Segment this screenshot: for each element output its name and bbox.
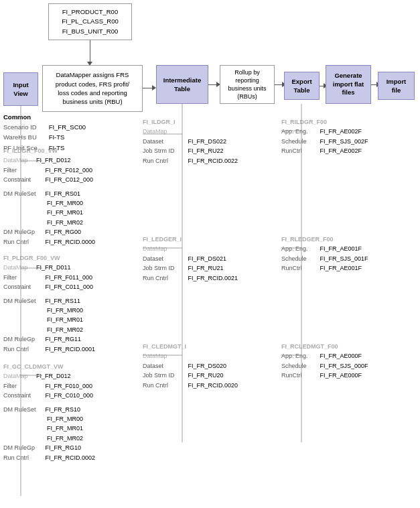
warehs-row: WareHs BU FI-TS xyxy=(3,132,86,142)
left-top-sub-row: DataMap FI_FR_D012 xyxy=(3,155,95,165)
run-cntrl-val-2: FI_FR_RCID.0001 xyxy=(46,346,96,353)
sched-lbl-3: Schedule xyxy=(281,361,318,371)
mid-mid-header: FI_LEDGER_I xyxy=(143,235,238,244)
runctrl-val-r3: FI_FR_AE000F xyxy=(320,372,362,379)
mr00-1: FI_FR_MR00 xyxy=(3,198,95,208)
mid-top-section: FI_ILDGR_I DataMap Dataset FI_FR_DS022 J… xyxy=(143,117,238,166)
sched-val-1: FI_FR_SJS_002F xyxy=(320,138,368,145)
left-bot-datamap: DataMap xyxy=(3,373,28,379)
arrow-v1 xyxy=(90,40,90,64)
runctrl-lbl-r2: RunCtrl xyxy=(281,263,318,273)
rollup-box: Rollup byreportingbusiness units(RBUs) xyxy=(220,65,275,104)
constraint-val-3: FI_FR_C010_000 xyxy=(46,392,94,399)
right-mid-appeng-row: App. Eng. FI_FR_AE001F xyxy=(281,244,368,253)
runcntrl-val-m2: FI_FR_RCID.0021 xyxy=(188,275,238,281)
mid-mid-section: FI_LEDGER_I DataMap Dataset FI_FR_DS021 … xyxy=(143,235,238,283)
left-top-header: FI_ILDGR_F00_VW xyxy=(3,146,95,155)
left-mid-sub-val: FI_FR_D011 xyxy=(36,264,71,271)
left-bot-sub-row: DataMap FI_FR_D012 xyxy=(3,371,95,381)
mid-mid-datamap-lbl: DataMap xyxy=(143,244,238,253)
left-bot-sub-val: FI_FR_D012 xyxy=(36,373,71,379)
left-bot-filter-row: Filter FI_FR_F010_000 xyxy=(3,381,95,391)
mr02-2: FI_FR_MR02 xyxy=(3,325,95,334)
sched-lbl-2: Schedule xyxy=(281,254,318,263)
filter-val-2: FI_FR_F011_000 xyxy=(46,274,93,281)
right-mid-section: FI_RLEDGER_F00 App. Eng. FI_FR_AE001F Sc… xyxy=(281,235,368,273)
dm-rulegp-val-3: FI_FR_RG10 xyxy=(46,444,82,451)
warehs-val: FI-TS xyxy=(49,133,65,141)
appeng-lbl-1: App. Eng. xyxy=(281,127,318,136)
dm-rulegp-lbl-1: DM RuleGp xyxy=(3,227,44,237)
dm-ruleset-lbl-2: DM RuleSet xyxy=(3,296,44,306)
constraint-lbl-2: Constraint xyxy=(3,282,44,292)
runctrl-val-r1: FI_FR_AE002F xyxy=(320,147,362,154)
runcntrl-lbl-m2: Run Cntrl xyxy=(143,273,186,283)
run-cntrl-val-3: FI_FR_RCID.0002 xyxy=(46,454,96,461)
export-label: ExportTable xyxy=(291,77,311,95)
left-bot-constraint-row: Constraint FI_FR_C010_000 xyxy=(3,391,95,400)
mr01-1: FI_FR_MR01 xyxy=(3,208,95,217)
mid-top-header: FI_ILDGR_I xyxy=(143,117,238,127)
right-top-section: FI_RILDGR_F00 App. Eng. FI_FR_AE002F Sch… xyxy=(281,117,368,156)
scenario-row: Scenario ID FI_FR_SC00 xyxy=(3,122,86,132)
filter-val-3: FI_FR_F010_000 xyxy=(46,383,93,389)
run-cntrl-lbl-2: Run Cntrl xyxy=(3,344,44,354)
datamapper-box: DataMapper assigns FRS product codes, FR… xyxy=(42,65,143,112)
right-bot-runctrl-row: RunCtrl FI_FR_AE000F xyxy=(281,371,368,380)
dm-rulegp-lbl-3: DM RuleGp xyxy=(3,443,44,452)
appeng-val-2: FI_FR_AE001F xyxy=(320,245,362,252)
right-bot-sched-row: Schedule FI_FR_SJS_000F xyxy=(281,361,368,371)
mr00-2: FI_FR_MR00 xyxy=(3,306,95,315)
right-top-appeng-row: App. Eng. FI_FR_AE002F xyxy=(281,127,368,136)
mr01-3: FI_FR_MR01 xyxy=(3,424,95,433)
left-bot-section: FI_GC_CLDMGT_VW DataMap FI_FR_D012 Filte… xyxy=(3,362,95,462)
dm-rulegp-val-1: FI_FR_RG00 xyxy=(46,229,82,235)
left-mid-sub-row: DataMap FI_FR_D011 xyxy=(3,263,95,272)
source-box: FI_PRODUCT_R00 FI_PL_CLASS_R00 FI_BUS_UN… xyxy=(48,3,132,40)
filter-lbl-3: Filter xyxy=(3,381,44,391)
dm-ruleset-val-2: FI_FR_RS11 xyxy=(46,298,81,304)
runcntrl-lbl-m3: Run Cntrl xyxy=(143,381,186,390)
jobstrm-val-3: FI_FR_RU20 xyxy=(188,372,224,379)
dm-rulegp-row-3: DM RuleGp FI_FR_RG10 xyxy=(3,443,95,452)
right-bot-section: FI_RCLEDMGT_F00 App. Eng. FI_FR_AE000F S… xyxy=(281,342,368,381)
dataset-lbl-2: Dataset xyxy=(143,254,186,263)
left-mid-header: FI_PLDGR_F00_VW xyxy=(3,253,95,263)
run-cntrl-row-1: Run Cntrl FI_FR_RCID.0000 xyxy=(3,237,95,247)
runcntrl-val-m1: FI_FR_RCID.0022 xyxy=(188,157,238,164)
sched-val-2: FI_FR_SJS_001F xyxy=(320,255,368,262)
mr02-3: FI_FR_MR02 xyxy=(3,434,95,443)
runcntrl-lbl-m1: Run Cntrl xyxy=(143,156,186,166)
mid-bot-datamap-lbl: DataMap xyxy=(143,351,238,361)
mid-bot-dataset-row: Dataset FI_FR_DS020 xyxy=(143,361,238,371)
dm-ruleset-lbl-1: DM RuleSet xyxy=(3,189,44,198)
dataset-val-3: FI_FR_DS020 xyxy=(188,363,227,369)
mid-top-jobstrm-row: Job Strm ID FI_FR_RU22 xyxy=(143,146,238,155)
right-mid-runctrl-row: RunCtrl FI_FR_AE001F xyxy=(281,263,368,273)
input-view-label: InputView xyxy=(13,80,28,99)
dm-rulegp-lbl-2: DM RuleGp xyxy=(3,334,44,344)
filter-val-1: FI_FR_F012_000 xyxy=(46,167,93,174)
dm-ruleset-lbl-3: DM RuleSet xyxy=(3,405,44,414)
right-top-sched-row: Schedule FI_FR_SJS_002F xyxy=(281,137,368,146)
dm-ruleset-val-1: FI_FR_RS01 xyxy=(46,190,81,197)
left-top-sub-val: FI_FR_D012 xyxy=(36,157,71,164)
warehs-lbl: WareHs BU xyxy=(3,132,47,142)
left-top-constraint-row: Constraint FI_FR_C012_000 xyxy=(3,175,95,184)
mid-bot-header: FI_CLEDMGT_I xyxy=(143,342,238,351)
constraint-val-2: FI_FR_C011_000 xyxy=(46,283,94,290)
left-mid-datamap: DataMap xyxy=(3,264,28,271)
right-top-runctrl-row: RunCtrl FI_FR_AE002F xyxy=(281,146,368,155)
dataset-lbl-1: Dataset xyxy=(143,137,186,146)
runctrl-val-r2: FI_FR_AE001F xyxy=(320,265,362,271)
jobstrm-val-2: FI_FR_RU21 xyxy=(188,265,224,271)
filter-lbl-2: Filter xyxy=(3,273,44,282)
left-mid-constraint-row: Constraint FI_FR_C011_000 xyxy=(3,282,95,292)
right-bot-appeng-row: App. Eng. FI_FR_AE000F xyxy=(281,351,368,361)
rollup-label: Rollup byreportingbusiness units(RBUs) xyxy=(228,68,266,101)
right-top-header: FI_RILDGR_F00 xyxy=(281,117,368,127)
generate-box: Generateimport flatfiles xyxy=(326,65,371,104)
scenario-id-val: FI_FR_SC00 xyxy=(49,123,86,131)
jobstrm-lbl-2: Job Strm ID xyxy=(143,263,186,273)
intermediate-label: IntermediateTable xyxy=(163,76,202,94)
